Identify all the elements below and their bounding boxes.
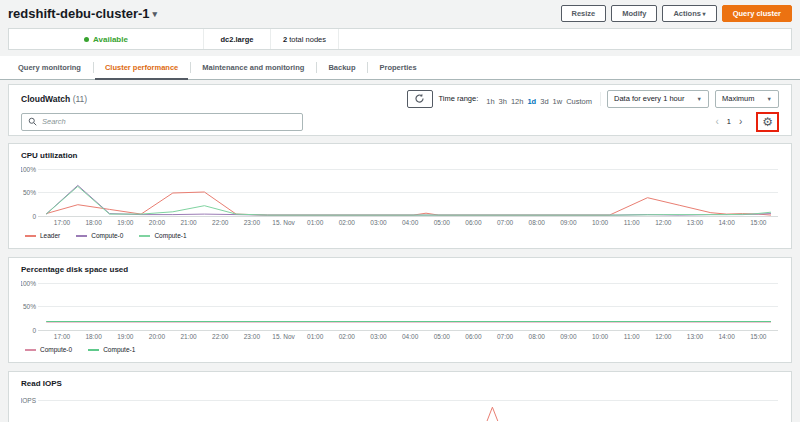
svg-text:01:00: 01:00 xyxy=(307,333,324,340)
legend-dash-icon xyxy=(88,349,99,351)
time-range-1h[interactable]: 1h xyxy=(486,97,494,106)
svg-text:13:00: 13:00 xyxy=(687,333,704,340)
legend-item-compute-0: Compute-0 xyxy=(76,232,123,239)
chart-title: Read IOPS xyxy=(21,379,779,388)
status-cell-empty xyxy=(339,29,791,49)
search-input[interactable] xyxy=(42,117,296,126)
query-cluster-button[interactable]: Query cluster xyxy=(722,5,792,22)
svg-text:06:00: 06:00 xyxy=(465,333,482,340)
svg-text:03:00: 03:00 xyxy=(370,333,387,340)
actions-button[interactable]: Actions ▾ xyxy=(662,5,716,22)
page-number: 1 xyxy=(727,117,731,126)
settings-gear-icon[interactable]: ⚙ xyxy=(762,116,773,128)
time-range-12h[interactable]: 12h xyxy=(511,97,524,106)
chevron-right-icon[interactable]: › xyxy=(739,117,742,127)
svg-text:04:00: 04:00 xyxy=(402,219,419,226)
annotation-highlight-box: ⚙ xyxy=(756,112,779,132)
svg-text:12:00: 12:00 xyxy=(655,333,672,340)
svg-text:04:00: 04:00 xyxy=(402,333,419,340)
svg-text:0: 0 xyxy=(32,213,36,220)
svg-text:50%: 50% xyxy=(23,303,36,310)
cloudwatch-title-text: CloudWatch xyxy=(21,94,70,104)
time-range-3d[interactable]: 3d xyxy=(540,97,548,106)
time-range-label: Time range: xyxy=(439,94,479,103)
nodes-count-value: 2 xyxy=(283,35,287,44)
cloudwatch-header-row: CloudWatch (11) Time range: 1h3h12h1d3d1… xyxy=(21,89,779,108)
statistic-select[interactable]: Maximum ▼ xyxy=(715,90,779,108)
svg-text:13:00: 13:00 xyxy=(687,219,704,226)
cluster-status-bar: Available dc2.large 2 total nodes xyxy=(8,28,792,50)
refresh-button[interactable] xyxy=(407,90,433,108)
svg-text:12:00: 12:00 xyxy=(655,219,672,226)
modify-button[interactable]: Modify xyxy=(611,5,657,22)
status-dot-icon xyxy=(84,37,89,42)
svg-text:23:00: 23:00 xyxy=(244,219,261,226)
caret-down-icon[interactable]: ▾ xyxy=(153,9,158,19)
tabbar: Query monitoringCluster performanceMaint… xyxy=(0,56,800,80)
legend-dash-icon xyxy=(25,235,36,237)
status-cell: Available xyxy=(9,29,204,49)
cloudwatch-count: (11) xyxy=(73,94,88,104)
disk-space-used-card: Percentage disk space used 100%50%017:00… xyxy=(8,257,792,363)
svg-text:19:00: 19:00 xyxy=(117,219,134,226)
svg-text:17:00: 17:00 xyxy=(54,333,71,340)
legend-dash-icon xyxy=(25,349,36,351)
node-type: dc2.large xyxy=(204,29,271,49)
cloudwatch-controls: Time range: 1h3h12h1d3d1wCustom Data for… xyxy=(407,90,780,108)
svg-text:10 IOPS: 10 IOPS xyxy=(21,397,37,404)
page-title: redshift-debu-cluster-1 ▾ xyxy=(8,6,157,21)
nodes-count-label: total nodes xyxy=(289,35,326,44)
svg-text:15:00: 15:00 xyxy=(750,219,767,226)
caret-down-icon: ▼ xyxy=(767,96,772,102)
svg-text:17:00: 17:00 xyxy=(54,219,71,226)
tab-query-monitoring[interactable]: Query monitoring xyxy=(6,56,93,79)
time-range-options: 1h3h12h1d3d1wCustom xyxy=(484,90,594,108)
legend-dash-icon xyxy=(76,235,87,237)
period-select[interactable]: Data for every 1 hour ▼ xyxy=(607,90,709,108)
svg-text:02:00: 02:00 xyxy=(339,219,356,226)
svg-text:09:00: 09:00 xyxy=(560,333,577,340)
divider xyxy=(600,92,601,106)
svg-text:05:00: 05:00 xyxy=(434,333,451,340)
svg-text:23:00: 23:00 xyxy=(244,333,261,340)
svg-text:03:00: 03:00 xyxy=(370,219,387,226)
svg-text:10:00: 10:00 xyxy=(592,333,609,340)
svg-text:05:00: 05:00 xyxy=(434,219,451,226)
svg-text:0: 0 xyxy=(32,327,36,334)
svg-text:15. Nov: 15. Nov xyxy=(272,333,295,340)
cloudwatch-toolbar-row: ‹ 1 › ⚙ xyxy=(21,112,779,131)
svg-text:11:00: 11:00 xyxy=(624,333,640,340)
svg-text:08:00: 08:00 xyxy=(529,333,546,340)
tab-maintenance-and-monitoring[interactable]: Maintenance and monitoring xyxy=(190,56,316,79)
chart-title: CPU utilization xyxy=(21,151,779,160)
svg-text:06:00: 06:00 xyxy=(465,219,482,226)
time-range-3h[interactable]: 3h xyxy=(499,97,507,106)
cluster-name: redshift-debu-cluster-1 xyxy=(8,6,150,21)
search-box xyxy=(21,113,303,131)
time-range-1d[interactable]: 1d xyxy=(527,97,536,106)
statistic-select-value: Maximum xyxy=(722,94,755,103)
svg-text:18:00: 18:00 xyxy=(86,219,103,226)
pagination: ‹ 1 › ⚙ xyxy=(715,112,779,132)
caret-down-icon: ▾ xyxy=(701,11,706,17)
tab-properties[interactable]: Properties xyxy=(367,56,428,79)
legend-label: Compute-1 xyxy=(154,232,186,239)
svg-text:20:00: 20:00 xyxy=(149,219,166,226)
period-select-value: Data for every 1 hour xyxy=(614,94,684,103)
tab-cluster-performance[interactable]: Cluster performance xyxy=(93,56,190,79)
cloudwatch-title: CloudWatch (11) xyxy=(21,94,87,104)
svg-text:22:00: 22:00 xyxy=(212,333,229,340)
tab-backup[interactable]: Backup xyxy=(316,56,367,79)
chart-title: Percentage disk space used xyxy=(21,265,779,274)
legend-item-compute-1: Compute-1 xyxy=(88,346,135,353)
chart-legend: LeaderCompute-0Compute-1 xyxy=(25,232,779,239)
time-range-custom[interactable]: Custom xyxy=(566,97,592,106)
resize-button[interactable]: Resize xyxy=(561,5,607,22)
legend-item-leader: Leader xyxy=(25,232,60,239)
svg-text:100%: 100% xyxy=(21,166,36,173)
svg-text:02:00: 02:00 xyxy=(339,333,356,340)
time-range-1w[interactable]: 1w xyxy=(553,97,563,106)
cpu-utilization-card: CPU utilization 100%50%017:0018:0019:002… xyxy=(8,143,792,249)
chevron-left-icon[interactable]: ‹ xyxy=(715,117,718,127)
svg-text:15:00: 15:00 xyxy=(750,333,767,340)
